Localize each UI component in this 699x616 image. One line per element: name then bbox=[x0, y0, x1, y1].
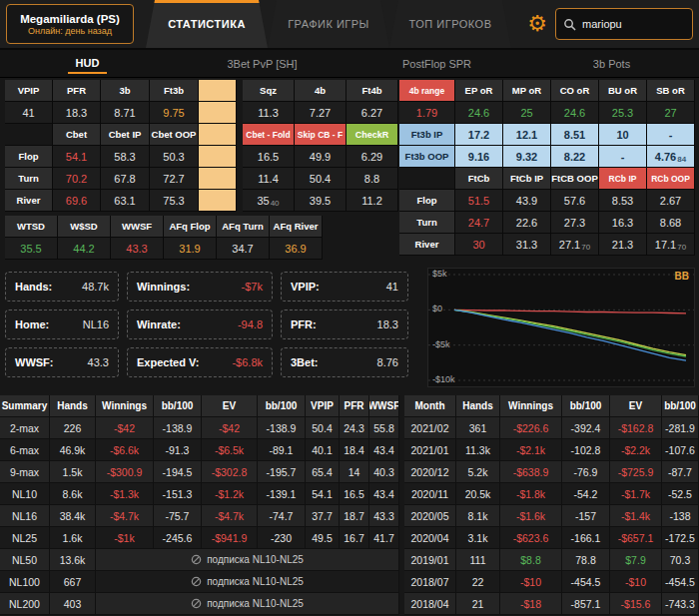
table-cell: 2.67 bbox=[647, 190, 695, 212]
table-cell: -245.6 bbox=[154, 527, 202, 549]
table-cell: 31.3 bbox=[503, 234, 551, 256]
hud-table-showdown-afq: WTSDW$SDWWSFAFq FlopAFq TurnAFq River35.… bbox=[5, 216, 323, 260]
table-cell: 226 bbox=[50, 417, 96, 439]
table-cell: 63.1 bbox=[101, 190, 150, 212]
table-cell: Sqz bbox=[243, 80, 295, 102]
hud-table-fold-raise-cbet: FtCbFtCb IPFtCB OOPRCb IPRCb OOPFlop51.5… bbox=[399, 168, 695, 256]
summary-box-label: Expected V: bbox=[137, 356, 199, 368]
tab-top-players[interactable]: ТОП ИГРОКОВ bbox=[389, 0, 511, 48]
results-tables-row: SummaryHandsWinningsbb/100EVbb/100VPIPPF… bbox=[0, 395, 699, 616]
table-cell: -$4.7k bbox=[202, 505, 258, 527]
table-cell: 49.9 bbox=[295, 146, 347, 168]
table-cell: 21.3 bbox=[599, 234, 647, 256]
summary-box-label: Winnings: bbox=[137, 281, 190, 293]
table-cell: 16.7 bbox=[340, 527, 369, 549]
table-cell: RCb OOP bbox=[647, 168, 695, 190]
table-cell: AFq River bbox=[270, 216, 323, 238]
table-cell: 75.3 bbox=[150, 190, 199, 212]
table-cell: -74.7 bbox=[258, 505, 306, 527]
table-cell: 2021/01 bbox=[404, 439, 456, 461]
search-box[interactable] bbox=[555, 8, 693, 40]
table-cell: 1.79 bbox=[399, 102, 455, 124]
column-header: bb/100 bbox=[258, 395, 306, 417]
table-cell: 20.5k bbox=[456, 483, 500, 505]
hud-tab-label: PostFlop SPR bbox=[402, 58, 471, 70]
table-cell: 17.2 bbox=[455, 124, 503, 146]
table-cell: -$226.6 bbox=[500, 417, 562, 439]
table-cell: 2018/04 bbox=[404, 593, 456, 615]
summary-box-value: 18.3 bbox=[377, 318, 398, 330]
hud-tab-3bet-pvp[interactable]: 3Bet PvP [SH] bbox=[175, 50, 350, 77]
table-cell: 37.7 bbox=[306, 505, 340, 527]
tab-game-graph[interactable]: ГРАФИК ИГРЫ bbox=[268, 0, 389, 48]
search-input[interactable] bbox=[582, 18, 682, 30]
table-cell: 2021/02 bbox=[404, 417, 456, 439]
table-cell: -$1.6k bbox=[500, 505, 562, 527]
table-cell: 34.7 bbox=[217, 238, 270, 260]
hud-tab-postflop-spr[interactable]: PostFlop SPR bbox=[350, 50, 524, 77]
player-box[interactable]: Megamiliarda (PS) Онлайн: день назад bbox=[6, 4, 134, 44]
table-cell: 43.3 bbox=[111, 238, 164, 260]
hud-table-squeeze-4bet: Sqz4bFt4b11.37.276.27Cbet - FoldSkip CB … bbox=[243, 80, 398, 212]
table-cell: 1.6k bbox=[50, 527, 96, 549]
table-cell: подписка NL10-NL25 bbox=[96, 571, 399, 593]
table-cell: -91.3 bbox=[154, 439, 202, 461]
table-cell: 8.22 bbox=[551, 146, 599, 168]
graph-y-tick-label: -$5k bbox=[432, 339, 450, 349]
player-name: Megamiliarda (PS) bbox=[20, 13, 120, 25]
table-cell: -$657.1 bbox=[610, 527, 662, 549]
table-cell: 403 bbox=[50, 593, 96, 615]
hud-table-preflop-cbet: VPIPPFR3bFt3b4118.38.719.75CbetCbet IPCb… bbox=[5, 80, 237, 212]
table-cell: -54.2 bbox=[562, 483, 610, 505]
table-cell: 40.1 bbox=[306, 439, 340, 461]
table-cell: 70.2 bbox=[53, 168, 101, 190]
summary-box-label: VPIP: bbox=[291, 281, 320, 293]
summary-box: Winnings:-$7k bbox=[127, 272, 273, 302]
table-cell: -$302.8 bbox=[202, 461, 258, 483]
table-cell: 9.16 bbox=[455, 146, 503, 168]
column-header: Month bbox=[404, 395, 456, 417]
table-cell: 24.7 bbox=[455, 212, 503, 234]
table-cell: FtCb bbox=[455, 168, 503, 190]
table-cell: W$SD bbox=[58, 216, 111, 238]
table-cell: 41 bbox=[5, 102, 53, 124]
column-header: bb/100 bbox=[562, 395, 610, 417]
table-cell: -89.1 bbox=[258, 439, 306, 461]
table-cell: 25 bbox=[503, 102, 551, 124]
table-cell: 11.3 bbox=[243, 102, 295, 124]
table-cell: -281.9 bbox=[662, 417, 699, 439]
table-cell bbox=[199, 190, 237, 212]
summary-box-label: PFR: bbox=[291, 318, 317, 330]
column-header: Winnings bbox=[500, 395, 562, 417]
table-cell: -$941.9 bbox=[202, 527, 258, 549]
column-header: Summary bbox=[0, 395, 50, 417]
table-cell: Ft3b bbox=[150, 80, 199, 102]
table-cell: 1.5k bbox=[50, 461, 96, 483]
hud-tab-3b-pots[interactable]: 3b Pots bbox=[524, 50, 699, 77]
table-cell: Ft3b OOP bbox=[399, 146, 455, 168]
summary-box-value: NL16 bbox=[83, 318, 109, 330]
table-cell: 58.3 bbox=[101, 146, 150, 168]
summary-box-value: -94.8 bbox=[238, 318, 263, 330]
hud-tab-hud[interactable]: HUD bbox=[0, 50, 175, 77]
table-cell: 49.5 bbox=[306, 527, 340, 549]
app-root: Megamiliarda (PS) Онлайн: день назад СТА… bbox=[0, 0, 699, 616]
table-cell: 8.8 bbox=[347, 168, 398, 190]
hud-tab-bar: HUD 3Bet PvP [SH] PostFlop SPR 3b Pots bbox=[0, 50, 699, 78]
table-cell: Cbet bbox=[53, 124, 101, 146]
table-cell: 30 bbox=[455, 234, 503, 256]
table-cell: NL200 bbox=[0, 593, 50, 615]
summary-box: PFR:18.3 bbox=[281, 309, 408, 339]
table-cell: -$10 bbox=[610, 571, 662, 593]
table-cell: 14 bbox=[340, 461, 369, 483]
hud-stats-panel: VPIPPFR3bFt3b4118.38.719.75CbetCbet IPCb… bbox=[0, 80, 699, 262]
gear-icon[interactable]: ⚙ bbox=[519, 13, 555, 35]
table-cell: -$1.3k bbox=[96, 483, 154, 505]
column-header: bb/100 bbox=[154, 395, 202, 417]
tab-statistics[interactable]: СТАТИСТИКА bbox=[146, 0, 268, 48]
table-cell: 361 bbox=[456, 417, 500, 439]
table-cell: -$1.7k bbox=[610, 483, 662, 505]
table-cell: -230 bbox=[258, 527, 306, 549]
table-cell: FtCB OOP bbox=[551, 168, 599, 190]
summary-box: 3Bet:8.76 bbox=[281, 347, 408, 377]
